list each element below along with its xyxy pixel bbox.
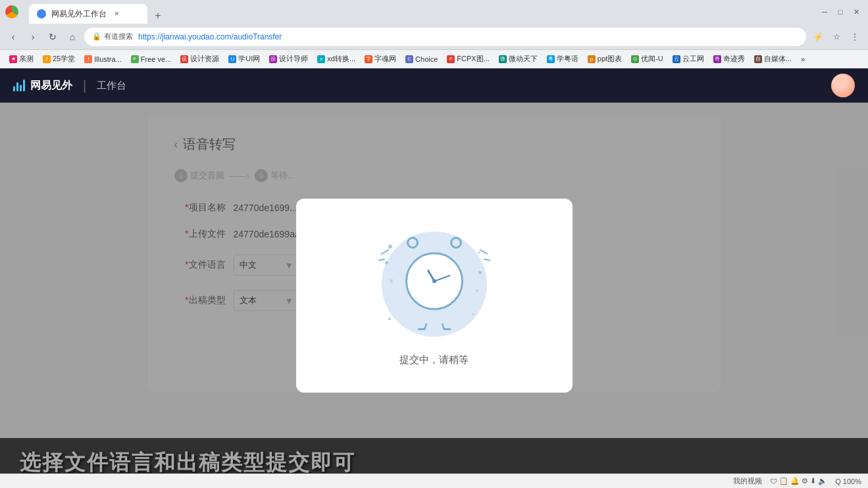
- bookmark-item[interactable]: F Free ve...: [127, 54, 175, 64]
- bookmark-label: 设计资源: [190, 54, 219, 64]
- dot-2: [385, 261, 388, 264]
- bookmark-label: 云工网: [682, 54, 704, 64]
- extensions-button[interactable]: ⚡: [810, 29, 826, 45]
- clock-minute-hand: [434, 274, 450, 281]
- status-my-videos[interactable]: 我的视频: [733, 476, 762, 486]
- minimize-button[interactable]: ─: [818, 5, 831, 18]
- secure-icon: 🔒: [92, 32, 101, 41]
- bookmark-item[interactable]: 自 自媒体...: [750, 53, 796, 65]
- bookmark-more-label: »: [801, 55, 805, 63]
- clock-illustration: × × ×: [375, 225, 494, 343]
- modal-box: × × × 提交中，请稍等: [296, 199, 573, 393]
- bookmark-icon: U: [228, 55, 236, 63]
- bookmark-label: 学UI网: [238, 54, 260, 64]
- bookmark-label: ppt图表: [598, 54, 622, 64]
- bookmark-icon: p: [588, 55, 596, 63]
- close-button[interactable]: ✕: [850, 5, 863, 18]
- bookmark-label: Choice: [415, 55, 438, 63]
- bookmark-item[interactable]: x xd转换...: [313, 53, 359, 65]
- nav-avatar[interactable]: [831, 74, 855, 97]
- status-bar: 我的视频 🛡 📋 🔔 ⚙ ⬇ 🔈 Q 100%: [0, 474, 868, 488]
- new-tab-button[interactable]: +: [150, 8, 166, 24]
- bookmark-button[interactable]: ☆: [829, 29, 844, 45]
- back-button[interactable]: ‹: [5, 29, 21, 45]
- page-body: 网易见外 | 工作台 ‹ 语音转写 ① 提交音频 ——› ② 等待: [0, 68, 868, 488]
- bookmark-icon: 自: [754, 55, 762, 63]
- refresh-button[interactable]: ↻: [45, 29, 61, 45]
- status-icon-6: 🔈: [818, 477, 827, 485]
- forward-button[interactable]: ›: [25, 29, 41, 45]
- bookmark-item[interactable]: 设 设计导师: [265, 53, 312, 65]
- bookmark-item[interactable]: I Illustra...: [80, 54, 126, 64]
- bookmark-more-button[interactable]: »: [797, 54, 809, 64]
- logo-text: 网易见外: [30, 79, 72, 93]
- logo-icon: [13, 80, 25, 91]
- clock-center-dot: [432, 279, 436, 283]
- bookmark-item[interactable]: 字 字魂网: [361, 53, 400, 65]
- bookmark-item[interactable]: 微 微动天下: [495, 53, 542, 65]
- tab-title: 网易见外工作台: [51, 9, 107, 20]
- x-mark-1: ×: [390, 278, 394, 285]
- dot-1: [388, 245, 392, 249]
- clock-bell-left: [407, 237, 419, 249]
- bookmark-item[interactable]: 粤 学粤语: [543, 53, 582, 65]
- bookmark-icon: 奇: [713, 55, 721, 63]
- my-videos-label: 我的视频: [733, 476, 762, 486]
- bookmark-item[interactable]: 设 设计资源: [176, 53, 223, 65]
- window-controls: ─ □ ✕: [818, 5, 863, 18]
- bookmarks-bar: ★ 亲测 2 25学堂 I Illustra... F Free ve... 设…: [0, 50, 868, 68]
- bookmark-item[interactable]: G 优闻-U: [627, 53, 667, 65]
- clock-legs: [419, 324, 450, 330]
- bookmark-label: Free ve...: [141, 55, 171, 63]
- avatar-image: [831, 74, 855, 97]
- bookmark-item[interactable]: 云 云工网: [669, 53, 708, 65]
- clock-leg-right: [441, 324, 451, 330]
- tab-close-button[interactable]: ×: [115, 9, 119, 18]
- maximize-button[interactable]: □: [834, 5, 847, 18]
- settings-button[interactable]: ⋮: [847, 29, 863, 45]
- logo-bar-4: [23, 80, 25, 91]
- bookmark-item[interactable]: U 学UI网: [224, 53, 264, 65]
- dot-5: [478, 251, 480, 254]
- status-icons: 🛡 📋 🔔 ⚙ ⬇ 🔈: [770, 477, 827, 485]
- alarm-line-right-2: [483, 258, 490, 261]
- bookmark-item[interactable]: C Choice: [401, 54, 442, 64]
- logo-bar-3: [20, 85, 22, 91]
- status-icon-4: ⚙: [802, 477, 808, 485]
- clock-face: [405, 252, 463, 310]
- home-button[interactable]: ⌂: [64, 29, 80, 45]
- content-area: ‹ 语音转写 ① 提交音频 ——› ② 等待... *项目名称 247: [0, 103, 868, 488]
- site-logo: 网易见外 | 工作台: [13, 78, 126, 93]
- clock-leg-left: [417, 324, 427, 330]
- bookmark-item[interactable]: p ppt图表: [584, 53, 626, 65]
- bookmark-item[interactable]: ★ 亲测: [5, 53, 38, 65]
- url-display: https://jianwai.youdao.com/audioTransfer: [138, 32, 282, 41]
- bookmark-icon: G: [631, 55, 639, 63]
- site-nav: 网易见外 | 工作台: [0, 68, 868, 103]
- bookmark-item[interactable]: 2 25学堂: [39, 53, 79, 65]
- x-mark-2: ×: [475, 287, 478, 294]
- logo-bar-2: [16, 82, 18, 91]
- bookmark-label: FCPX图...: [457, 54, 490, 64]
- bookmark-icon: 2: [43, 55, 51, 63]
- active-tab[interactable]: 网易见外工作台 ×: [29, 4, 147, 24]
- bookmark-item[interactable]: F FCPX图...: [443, 53, 494, 65]
- tab-bar: 网易见外工作台 × +: [24, 0, 813, 24]
- status-zoom: Q 100%: [835, 477, 861, 485]
- tab-favicon: [37, 9, 46, 18]
- address-input[interactable]: 🔒 有道搜索 https://jianwai.youdao.com/audioT…: [84, 28, 806, 46]
- modal-loading-text: 提交中，请稍等: [399, 354, 469, 366]
- address-actions: ⚡ ☆ ⋮: [810, 29, 863, 45]
- bookmark-label: 自媒体...: [764, 54, 792, 64]
- bookmark-label: 奇迹秀: [723, 54, 745, 64]
- url-prefix: 有道搜索: [104, 32, 133, 41]
- bookmark-label: 字魂网: [374, 54, 396, 64]
- logo-bar-1: [13, 86, 15, 91]
- bookmark-icon: 粤: [547, 55, 555, 63]
- workspace-label: 工作台: [97, 80, 126, 92]
- status-icon-3: 🔔: [790, 477, 800, 485]
- bookmark-label: Illustra...: [94, 55, 122, 63]
- dot-4: [388, 318, 391, 320]
- bookmark-item[interactable]: 奇 奇迹秀: [709, 53, 749, 65]
- modal-overlay: × × × 提交中，请稍等: [0, 103, 868, 488]
